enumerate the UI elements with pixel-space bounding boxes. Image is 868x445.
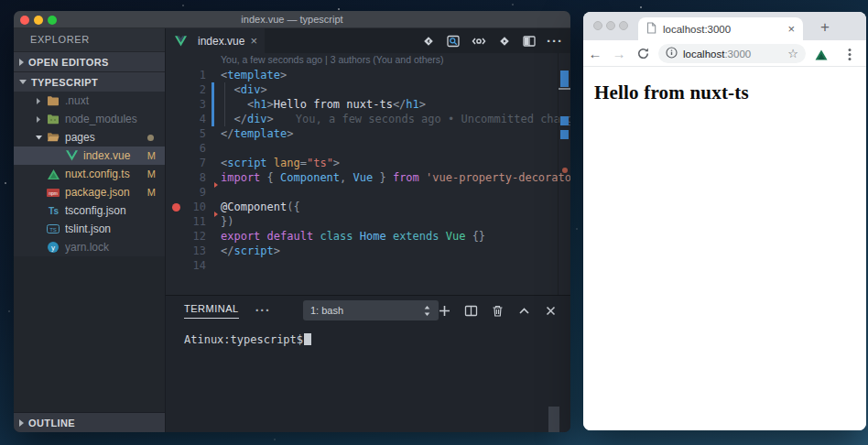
tree-item-yarn.lock[interactable]: yyarn.lock [14, 238, 165, 256]
shell-select[interactable]: 1: bash [303, 300, 439, 320]
editor-region: index.vue × ··· You, a few seconds ago |… [165, 28, 570, 295]
tree-item-node_modules[interactable]: node_modules [14, 110, 165, 128]
minimize-window-button[interactable] [606, 21, 615, 30]
vscode-main: EXPLORER OPEN EDITORS TYPESCRIPT .nuxtno… [14, 28, 570, 432]
close-window-button[interactable] [593, 21, 602, 30]
file-label: node_modules [65, 113, 165, 125]
close-tab-icon[interactable]: × [250, 34, 257, 48]
vue-icon [63, 150, 80, 161]
nuxt-icon [45, 169, 61, 179]
close-tab-icon[interactable]: × [787, 22, 795, 36]
terminal-tab[interactable]: TERMINAL [184, 303, 239, 319]
terminal-scrollbar[interactable] [548, 407, 559, 432]
code-line-13: 13</script> [166, 244, 558, 258]
tree-item-package.json[interactable]: npmpackage.jsonM [14, 183, 165, 201]
line-number: 5 [166, 126, 206, 141]
terminal-prompt: Atinux:typescript$ [166, 325, 570, 347]
code-line-12: 12export default class Home extends Vue … [166, 229, 558, 244]
line-number: 2 [166, 82, 206, 97]
tab-index-vue[interactable]: index.vue × [166, 28, 265, 53]
tree-item-index.vue[interactable]: index.vueM [14, 147, 165, 165]
codelens-annotation[interactable]: You, a few seconds ago | 3 authors (You … [221, 54, 444, 65]
zoom-window-button[interactable] [619, 21, 628, 30]
page-icon [646, 21, 656, 38]
outline-section[interactable]: OUTLINE [14, 412, 165, 432]
code-line-5: 5</template> [166, 126, 558, 141]
tree-item-nuxt.config.ts[interactable]: nuxt.config.tsM [14, 165, 165, 183]
browser-tab[interactable]: localhost:3000 × [638, 17, 803, 40]
terminal-actions [438, 296, 558, 325]
terminal-body[interactable]: Atinux:typescript$ [166, 325, 570, 432]
open-editors-section[interactable]: OPEN EDITORS [14, 51, 165, 71]
address-bar[interactable]: localhost:3000 ☆ [658, 44, 806, 63]
folder-npm-icon [45, 114, 61, 125]
red-marker-icon [214, 182, 218, 188]
file-label: .nuxt [65, 94, 165, 107]
back-icon[interactable]: ← [583, 46, 607, 61]
ruler-breakpoint-mark [562, 168, 568, 173]
vue-icon [173, 36, 189, 47]
tree-item-pages[interactable]: pages [14, 128, 165, 147]
yarn-icon: y [45, 242, 61, 253]
line-number: 10 [166, 200, 206, 214]
more-actions-icon[interactable]: ··· [547, 37, 563, 46]
tree-item-tslint.json[interactable]: TStslint.json [14, 220, 165, 238]
run-icon[interactable] [497, 34, 512, 49]
split-editor-icon[interactable] [522, 34, 537, 49]
info-icon[interactable] [666, 46, 678, 62]
git-modified-gutter [212, 97, 214, 112]
reload-icon[interactable] [631, 47, 655, 60]
editor-tabbar: index.vue × ··· [166, 28, 570, 53]
git-modified-gutter [212, 82, 214, 97]
line-number: 13 [166, 244, 206, 258]
line-number: 3 [166, 97, 206, 112]
line-number: 6 [166, 141, 206, 156]
indent-guide [224, 82, 225, 126]
explorer-sidebar: EXPLORER OPEN EDITORS TYPESCRIPT .nuxtno… [14, 28, 165, 432]
chevron-right-icon [19, 59, 24, 66]
extension-icon[interactable] [815, 48, 828, 64]
chevron-right-icon [32, 115, 45, 124]
chevron-down-icon [32, 134, 45, 141]
code-editor[interactable]: You, a few seconds ago | 3 authors (You … [166, 53, 570, 295]
menu-icon[interactable] [848, 48, 852, 65]
forward-icon[interactable]: → [607, 46, 631, 61]
code-line-11: 11}) [166, 214, 558, 229]
git-status-badge: M [147, 168, 156, 179]
browser-tabstrip: localhost:3000 × + [583, 12, 866, 40]
new-terminal-icon[interactable] [438, 304, 451, 318]
folder-open-icon [45, 132, 61, 143]
vscode-titlebar[interactable]: index.vue — typescript [14, 11, 570, 28]
show-source-icon[interactable] [471, 34, 487, 49]
line-number: 14 [166, 258, 206, 273]
chevron-right-icon [19, 419, 24, 427]
code-line-14: 14 [166, 258, 558, 273]
tree-item-tsconfig.json[interactable]: Tstsconfig.json [14, 201, 165, 220]
ts-icon: Ts [45, 205, 61, 216]
terminal-cursor [304, 333, 311, 345]
window-title: index.vue — typescript [14, 14, 570, 25]
close-panel-icon[interactable] [544, 304, 558, 318]
code-line-6: 6 [166, 141, 558, 156]
browser-toolbar: ← → localhost:3000 ☆ [583, 40, 866, 67]
line-number: 7 [166, 156, 206, 170]
code-line-1: 1<template> [166, 68, 558, 82]
svg-text:npm: npm [49, 190, 58, 195]
maximize-panel-icon[interactable] [517, 304, 531, 318]
open-preview-icon[interactable] [421, 34, 436, 49]
tree-item-.nuxt[interactable]: .nuxt [14, 92, 165, 110]
more-icon[interactable]: ··· [255, 306, 271, 315]
explorer-header: EXPLORER [14, 28, 165, 51]
star-icon[interactable]: ☆ [787, 47, 798, 60]
file-label: tslint.json [65, 222, 165, 235]
project-section[interactable]: TYPESCRIPT [14, 71, 165, 92]
chevron-down-icon [19, 80, 27, 84]
search-editor-icon[interactable] [446, 34, 461, 49]
new-tab-button[interactable]: + [814, 16, 836, 38]
overview-ruler[interactable] [558, 53, 570, 295]
ruler-modified-mark [560, 130, 569, 139]
split-terminal-icon[interactable] [464, 304, 478, 318]
chevron-right-icon [32, 97, 45, 105]
kill-terminal-icon[interactable] [491, 304, 505, 318]
code-line-9: 9 [166, 185, 558, 200]
